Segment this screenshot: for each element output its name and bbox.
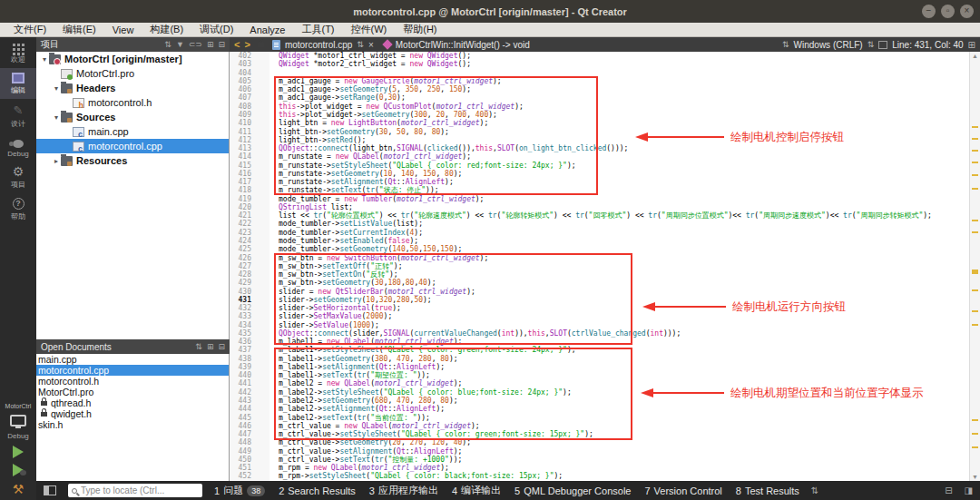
code-line[interactable]: 421 list << tr("轮廓位置模式") << tr("轮廓速度模式")… [230,211,980,220]
line-number[interactable]: 440 [230,371,257,379]
output-pane-button[interactable]: 7 Version Control [644,484,721,497]
line-number[interactable]: 436 [230,338,257,346]
build-hammer-button[interactable]: ⚒ [13,482,24,496]
encoding-label[interactable]: Windows (CRLF) [794,40,863,50]
minimize-pane-icon[interactable]: ⊟ [945,485,952,495]
line-number[interactable]: 445 [230,414,257,422]
line-number[interactable]: 448 [230,438,257,446]
line-number[interactable]: 431 [230,296,257,304]
line-number[interactable]: 446 [230,422,257,430]
line-number[interactable]: 408 [230,103,257,111]
expand-arrow-icon[interactable]: ▾ [52,113,61,122]
line-number[interactable]: 432 [230,304,257,312]
code-line[interactable]: 450 m_ctrl_value->setText(tr("控制量: +1000… [230,456,980,464]
output-pane-button[interactable]: 8 Test Results [736,484,799,497]
toggle-sidebar-icon[interactable] [44,485,56,495]
menu-item[interactable]: 构建(B) [142,23,191,36]
line-number[interactable]: 439 [230,363,257,371]
pane-combo-icon[interactable]: ⇅ [811,485,818,495]
run-button[interactable] [13,446,24,458]
line-number[interactable]: 421 [230,211,257,220]
kit-selector-monitor-icon[interactable] [10,415,26,426]
mode-projects[interactable]: ⚙ 项目 [0,162,36,193]
open-document-row[interactable]: qthread.h [36,397,229,408]
menu-item[interactable]: 帮助(H) [395,23,445,36]
menu-item[interactable]: View [104,25,142,35]
go-back-icon[interactable]: < [234,39,240,50]
menu-item[interactable]: 文件(F) [5,23,54,36]
locator-input[interactable]: Type to locate (Ctrl... [68,484,202,497]
line-number[interactable]: 417 [230,178,257,186]
line-number[interactable]: 430 [230,288,257,296]
line-number[interactable]: 438 [230,355,257,363]
output-pane-button[interactable]: 5 QML Debugger Console [514,484,631,497]
debug-run-button[interactable] [13,464,24,476]
menu-item[interactable]: 控件(W) [343,23,396,36]
line-number[interactable]: 433 [230,312,257,320]
scroll-up-icon[interactable]: ▲ [972,53,978,59]
code-line[interactable]: 422 mode_tumbler->setListValue(list); [230,220,980,228]
go-forward-icon[interactable]: > [244,39,250,50]
line-number[interactable]: 423 [230,229,257,237]
line-number[interactable]: 412 [230,136,257,144]
line-number[interactable]: 414 [230,152,257,161]
menu-item[interactable]: Analyze [241,25,293,35]
project-tree-row[interactable]: motorcontrol.h [36,95,229,110]
close-button[interactable]: × [960,5,974,18]
line-number[interactable]: 411 [230,128,257,136]
line-number[interactable]: 422 [230,220,257,228]
line-number[interactable]: 444 [230,405,257,413]
line-number[interactable]: 402 [230,52,257,60]
project-tree-row[interactable]: ▾ MotorCtrl [origin/master] [36,52,229,66]
line-number[interactable]: 403 [230,60,257,68]
panel-combo-icon[interactable]: ⇅ [195,342,202,351]
mode-help[interactable]: ? 帮助 [0,193,36,225]
line-number[interactable]: 437 [230,346,257,354]
line-number[interactable]: 428 [230,270,257,279]
line-number[interactable]: 451 [230,464,257,472]
line-number[interactable]: 443 [230,397,257,405]
split-panel-icon[interactable]: ⊞ [207,342,214,351]
line-number[interactable]: 429 [230,279,257,287]
line-number[interactable]: 435 [230,329,257,338]
expand-arrow-icon[interactable]: ▾ [52,84,61,93]
code-line[interactable]: 402 QWidget *motor1_ctrl_widget = new QW… [230,52,980,60]
toggle-right-sidebar-icon[interactable]: ◨ [965,485,973,495]
line-number[interactable]: 426 [230,254,257,262]
line-number[interactable]: 419 [230,195,257,203]
mode-welcome[interactable]: 欢迎 [0,37,36,68]
code-line[interactable]: 423 mode_tumbler->setCurrentIndex(4); [230,229,980,237]
project-tree-row[interactable]: motorcontrol.cpp [36,139,229,153]
maximize-button[interactable]: ▫ [941,5,955,18]
open-document-row[interactable]: skin.h [36,419,229,430]
close-document-icon[interactable]: × [368,40,374,50]
code-line[interactable]: 424 mode_tumbler->setEnabled(false); [230,237,980,245]
output-pane-button[interactable]: 1 问题 38 [214,484,265,497]
project-tree-row[interactable]: ▸ Resources [36,153,229,168]
open-document-row[interactable]: qwidget.h [36,408,229,419]
code-line[interactable]: 419 mode_tumbler = new Tumbler(motor1_ct… [230,195,980,203]
code-line[interactable]: 451 m_rpm = new QLabel(motor1_ctrl_widge… [230,464,980,472]
scroll-down-icon[interactable]: ▼ [972,474,978,480]
minimize-button[interactable]: − [922,5,936,18]
output-pane-button[interactable]: 2 Search Results [279,484,356,497]
filter-icon[interactable]: ▼ [176,40,184,49]
line-number[interactable]: 416 [230,170,257,178]
line-number[interactable]: 442 [230,388,257,397]
line-number[interactable]: 450 [230,456,257,464]
line-number[interactable]: 409 [230,111,257,119]
project-tree-row[interactable]: MotorCtrl.pro [36,66,229,81]
line-number[interactable]: 405 [230,77,257,85]
line-number[interactable]: 441 [230,379,257,387]
line-number[interactable]: 415 [230,162,257,170]
document-dropdown-icon[interactable]: ⇅ [357,40,364,49]
menu-item[interactable]: 调试(D) [191,23,241,36]
expand-arrow-icon[interactable]: ▾ [40,55,49,64]
project-tree-row[interactable]: ▾ Sources [36,110,229,124]
line-number[interactable]: 418 [230,186,257,194]
editor-tab-label[interactable]: motorcontrol.cpp [285,40,352,50]
line-number[interactable]: 410 [230,119,257,127]
open-document-row[interactable]: motorcontrol.cpp [36,365,229,376]
line-number[interactable]: 404 [230,69,257,77]
sync-icon[interactable]: ⊂⊃ [189,40,202,49]
